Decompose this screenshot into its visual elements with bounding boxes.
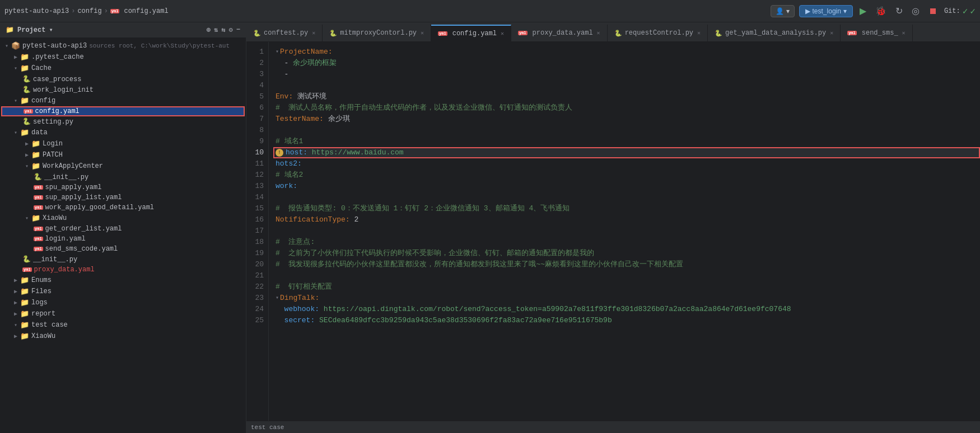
logs-label: logs <box>31 299 48 307</box>
line-num-18: 18 <box>246 237 268 248</box>
tab-close-get-yaml[interactable]: ✕ <box>830 30 833 36</box>
debug-button[interactable]: 🐞 <box>873 4 889 17</box>
sidebar-item-config-yaml[interactable]: yml config.yaml <box>1 106 245 116</box>
sidebar-item-login[interactable]: ▶ 📁 Login <box>0 138 246 149</box>
stop-button[interactable]: ⏹ <box>926 5 940 17</box>
git-check1: ✓ <box>963 6 968 17</box>
breadcrumb-config[interactable]: config <box>77 7 101 15</box>
sidebar-item-init1[interactable]: 🐍 __init__.py <box>0 172 246 182</box>
sidebar-item-xiaowu2[interactable]: ▶ 📁 XiaoWu <box>0 331 246 342</box>
tab-request-control[interactable]: 🐍 requestControl.py ✕ <box>608 25 708 41</box>
fold-arrow-23[interactable]: ▾ <box>276 293 279 304</box>
case-process-label: case_process <box>33 76 81 83</box>
sidebar-item-test-case[interactable]: ▾ 📁 test case <box>0 319 246 331</box>
tab-conftest[interactable]: 🐍 conftest.py ✕ <box>246 25 323 41</box>
code-key-tester: TesterName: <box>276 114 328 125</box>
settings-icon[interactable]: ⚙ <box>229 26 233 34</box>
code-line-9: # 域名1 <box>276 136 980 147</box>
yaml-badge-sup: yml <box>34 195 43 200</box>
sidebar-item-report[interactable]: ▶ 📁 report <box>0 308 246 319</box>
tab-mitmproxy[interactable]: 🐍 mitmproxyContorl.py ✕ <box>323 25 431 41</box>
git-check2: ✓ <box>970 6 976 17</box>
folder-icon-xiaowu: 📁 <box>31 214 40 223</box>
code-indent-3 <box>276 69 284 80</box>
fold-arrow-1[interactable]: ▾ <box>276 46 279 58</box>
test-case-status: test case <box>251 424 284 431</box>
breadcrumb-project[interactable]: pytest-auto-api3 <box>4 7 69 15</box>
code-line-24: webhook: https://oapi.dingtalk.com/robot… <box>276 304 980 315</box>
run-button[interactable]: ▶ <box>857 4 869 17</box>
minus-icon[interactable]: − <box>236 26 240 34</box>
sidebar-item-config[interactable]: ▾ 📁 config <box>0 95 246 106</box>
sidebar-title: Project <box>17 26 45 34</box>
sidebar-item-work-apply-good[interactable]: yml work_apply_good_detail.yaml <box>0 203 246 213</box>
tab-icon-get-yaml: 🐍 <box>715 30 722 37</box>
code-line-11: hots2: <box>276 158 980 170</box>
code-line-5: Env: 测试环境 <box>276 91 980 102</box>
code-line-25: secret: SECdea6489dfcc3b9259da943c5ae38d… <box>276 315 980 326</box>
code-editor[interactable]: ▾ ProjectName: - 余少琪的框架 - <box>269 42 980 421</box>
sidebar-item-setting[interactable]: 🐍 setting.py <box>0 116 246 127</box>
root-sublabel: sources root, C:\work\Study\pytest-aut <box>89 43 230 49</box>
sidebar-item-login-yaml[interactable]: yml login.yaml <box>0 234 246 244</box>
tab-close-conftest[interactable]: ✕ <box>312 30 315 36</box>
folder-icon-logs: 📁 <box>20 298 29 307</box>
sidebar-item-data[interactable]: ▾ 📁 data <box>0 127 246 138</box>
sidebar-item-case-process[interactable]: 🐍 case_process <box>0 74 246 84</box>
tab-bar: 🐍 conftest.py ✕ 🐍 mitmproxyContorl.py ✕ … <box>246 22 980 42</box>
yaml-badge-spu: yml <box>34 185 43 190</box>
code-line-7: TesterName: 余少琪 <box>276 114 980 125</box>
sidebar-item-init2[interactable]: 🐍 __init__.py <box>0 254 246 265</box>
line-num-3: 3 <box>246 69 268 80</box>
arrow-xiaowu: ▾ <box>22 215 31 222</box>
code-value-secret: SECdea6489dfcc3b9259da943c5ae38d3530696f… <box>319 315 612 326</box>
tab-get-yaml[interactable]: 🐍 get_yaml_data_analysis.py ✕ <box>708 25 841 41</box>
status-bar: test case <box>246 421 980 433</box>
tab-close-config-yaml[interactable]: ✕ <box>501 30 504 37</box>
sidebar-item-logs[interactable]: ▶ 📁 logs <box>0 297 246 308</box>
user-button[interactable]: 👤 ▾ <box>771 5 794 17</box>
sidebar-header-icons: ⊕ ⇅ ⇆ ⚙ − <box>207 26 240 34</box>
sidebar-item-workapplycenter[interactable]: ▾ 📁 WorkApplyCenter <box>0 161 246 172</box>
sidebar-item-xiaowu[interactable]: ▾ 📁 XiaoWu <box>0 213 246 224</box>
breadcrumb-sep1: › <box>71 7 75 15</box>
add-icon[interactable]: ⊕ <box>207 26 211 34</box>
code-line-19: # 之前为了小伙伴们拉下代码执行的时候不受影响，企业微信、钉钉、邮箱的通知配置的… <box>276 248 980 259</box>
proxy-data-label: proxy_data.yaml <box>34 266 95 274</box>
sidebar-item-proxy-data[interactable]: yml proxy_data.yaml <box>0 265 246 275</box>
sidebar-item-spu-apply[interactable]: yml spu_apply.yaml <box>0 182 246 192</box>
tab-proxy-data[interactable]: yml proxy_data.yaml ✕ <box>511 25 608 41</box>
code-comment-22: # 钉钉相关配置 <box>276 281 332 293</box>
sidebar-item-files[interactable]: ▶ 📁 Files <box>0 286 246 297</box>
code-value-webhook: https://oapi.dingtalk.com/robot/send?acc… <box>324 304 791 315</box>
sidebar-item-work-login-init[interactable]: 🐍 work_login_init <box>0 84 246 95</box>
arrow-enums: ▶ <box>11 277 20 284</box>
profile-button[interactable]: ◎ <box>909 4 922 17</box>
yaml-badge-work-apply: yml <box>34 205 43 210</box>
code-comment-9: # 域名1 <box>276 136 303 147</box>
sidebar-item-root[interactable]: ▾ 📦 pytest-auto-api3 sources root, C:\wo… <box>0 40 246 51</box>
tab-close-send-sms[interactable]: ✕ <box>902 30 906 36</box>
sidebar-item-sup-apply[interactable]: yml sup_apply_list.yaml <box>0 192 246 203</box>
tab-close-mitmproxy[interactable]: ✕ <box>421 30 424 36</box>
tab-close-request[interactable]: ✕ <box>697 30 701 36</box>
line-num-1: 1 <box>246 46 268 58</box>
tab-config-yaml[interactable]: yml config.yaml ✕ <box>431 25 511 41</box>
line-numbers: 1 2 3 4 5 6 7 8 9 10 11 12 13 14 15 16 1… <box>246 42 269 421</box>
tab-close-proxy-data[interactable]: ✕ <box>597 30 600 36</box>
collapse-icon[interactable]: ⇆ <box>221 26 225 34</box>
breadcrumb-file[interactable]: config.yaml <box>124 7 168 15</box>
sidebar-item-enums[interactable]: ▶ 📁 Enums <box>0 275 246 286</box>
reload-button[interactable]: ↻ <box>893 4 905 17</box>
sidebar-item-cache[interactable]: ▾ 📁 Cache <box>0 63 246 74</box>
code-value-env: 测试环境 <box>297 91 326 102</box>
sidebar-item-pytest-cache[interactable]: ▶ 📁 .pytest_cache <box>0 51 246 63</box>
tab-send-sms[interactable]: yml send_sms_ ✕ <box>841 25 912 41</box>
test-login-button[interactable]: ▶ test_login ▾ <box>799 5 853 17</box>
sidebar-item-send-sms[interactable]: yml send_sms_code.yaml <box>0 244 246 254</box>
sidebar: 📁 Project ▾ ⊕ ⇅ ⇆ ⚙ − ▾ 📦 pytest-auto-ap… <box>0 22 246 433</box>
expand-icon[interactable]: ⇅ <box>214 26 218 34</box>
line-num-8: 8 <box>246 125 268 136</box>
sidebar-item-get-order[interactable]: yml get_order_list.yaml <box>0 224 246 234</box>
sidebar-item-patch[interactable]: ▶ 📁 PATCH <box>0 149 246 161</box>
